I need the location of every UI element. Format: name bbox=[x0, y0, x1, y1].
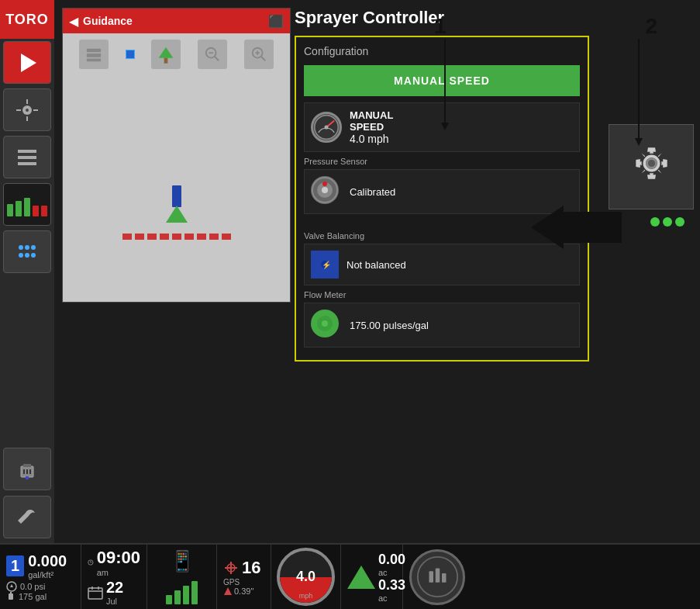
gps-section: 16 GPS 0.39" bbox=[217, 544, 271, 609]
svg-rect-7 bbox=[18, 150, 36, 153]
gal-unit: gal/kft² bbox=[28, 570, 67, 580]
round-button[interactable] bbox=[409, 549, 465, 605]
svg-point-11 bbox=[25, 245, 29, 250]
svg-rect-24 bbox=[87, 59, 101, 62]
layers-icon[interactable] bbox=[79, 40, 109, 69]
guidance-title: Guidance bbox=[83, 15, 133, 27]
guidance-export-icon[interactable]: ⬛ bbox=[268, 14, 284, 29]
ac-top-value: 0.00 bbox=[378, 552, 405, 568]
svg-rect-52 bbox=[10, 592, 12, 594]
sprayer-controller-area: Sprayer Controller Configuration MANUAL … bbox=[295, 8, 589, 362]
round-section bbox=[403, 544, 471, 609]
am-pm: am bbox=[97, 568, 140, 577]
svg-point-15 bbox=[31, 253, 36, 258]
flow-icon bbox=[311, 310, 342, 341]
svg-rect-21 bbox=[26, 476, 29, 479]
field-section: 1 0.000 gal/kft² 0.0 psi 175 gal bbox=[0, 544, 81, 609]
month-value: Jul bbox=[106, 597, 123, 606]
svg-marker-0 bbox=[21, 54, 36, 72]
map-toolbar bbox=[63, 40, 290, 69]
area-section: 0.00 ac 0.33 ac bbox=[341, 544, 403, 609]
annotation-2-line bbox=[638, 39, 640, 140]
svg-point-49 bbox=[647, 159, 654, 166]
svg-marker-25 bbox=[159, 47, 174, 58]
time-section: 09:00 am 22 Jul bbox=[81, 544, 147, 609]
speedometer-icon bbox=[311, 112, 342, 143]
svg-point-10 bbox=[19, 245, 23, 250]
valve-status: Not balanced bbox=[347, 259, 406, 271]
speed-value: 4.0 bbox=[296, 569, 316, 585]
svg-rect-65 bbox=[429, 571, 433, 583]
config-panel: Configuration MANUAL SPEED MANUAL bbox=[295, 36, 589, 362]
main-content: ◀ Guidance ⬛ bbox=[54, 0, 700, 543]
gear-icon bbox=[630, 142, 673, 192]
svg-rect-66 bbox=[435, 569, 440, 583]
pressure-icon bbox=[311, 176, 342, 207]
manual-speed-button[interactable]: MANUAL SPEED bbox=[304, 65, 580, 96]
directional-arrow bbox=[531, 206, 622, 249]
wrench-button[interactable] bbox=[3, 496, 51, 538]
signal-section: 📱 bbox=[147, 544, 217, 609]
phone-icon: 📱 bbox=[170, 549, 195, 573]
svg-point-14 bbox=[25, 253, 29, 258]
annotation-2: 2 bbox=[645, 14, 657, 39]
svg-rect-56 bbox=[88, 588, 102, 599]
svg-point-13 bbox=[19, 253, 23, 258]
gps-sub: 0.39" bbox=[234, 587, 253, 596]
flow-label: Flow Meter bbox=[304, 290, 580, 299]
svg-rect-17 bbox=[23, 464, 31, 467]
toro-logo: TORO bbox=[0, 0, 54, 39]
vehicle-display bbox=[122, 185, 231, 240]
config-title: Configuration bbox=[304, 45, 580, 57]
play-button[interactable] bbox=[3, 41, 51, 84]
svg-rect-67 bbox=[442, 573, 447, 583]
svg-rect-9 bbox=[18, 162, 36, 165]
guidance-header: ◀ Guidance ⬛ bbox=[63, 9, 290, 33]
trash-usb-button[interactable] bbox=[3, 448, 51, 490]
zoom-out-icon[interactable] bbox=[198, 40, 227, 69]
speed-unit: mph bbox=[299, 592, 313, 600]
pressure-status: Calibrated bbox=[350, 186, 395, 198]
gal-value: 0.000 bbox=[28, 552, 67, 570]
sensor-button[interactable] bbox=[3, 88, 51, 131]
annotation-1: 1 bbox=[434, 14, 447, 39]
status-bars-button[interactable] bbox=[3, 183, 51, 226]
ac-bottom-unit: ac bbox=[378, 593, 405, 603]
drops-button[interactable] bbox=[3, 230, 51, 273]
time-value: 09:00 bbox=[97, 548, 140, 568]
svg-line-29 bbox=[215, 57, 219, 61]
signal-bars bbox=[166, 573, 198, 604]
speed-section: 4.0 mph bbox=[271, 544, 341, 609]
valve-icon: ⚡ bbox=[311, 251, 339, 279]
tree-icon[interactable] bbox=[151, 40, 181, 69]
svg-marker-63 bbox=[224, 587, 232, 595]
annotation-1-line bbox=[444, 39, 446, 124]
sidebar: TORO bbox=[0, 0, 54, 543]
signal-number: 16 bbox=[242, 558, 260, 578]
svg-rect-22 bbox=[87, 49, 101, 53]
dot-1 bbox=[650, 217, 660, 227]
valve-row: ⚡ Not balanced bbox=[304, 244, 580, 285]
ac-bottom-value: 0.33 bbox=[378, 577, 405, 593]
flow-row: 175.00 pulses/gal bbox=[304, 303, 580, 348]
dot-3 bbox=[675, 217, 684, 227]
svg-rect-8 bbox=[18, 156, 36, 159]
pressure-label: Pressure Sensor bbox=[304, 157, 580, 166]
dot-2 bbox=[663, 217, 672, 227]
settings-widget[interactable] bbox=[609, 124, 694, 209]
svg-point-12 bbox=[31, 245, 36, 250]
zoom-in-icon[interactable] bbox=[244, 40, 274, 69]
svg-point-39 bbox=[322, 182, 327, 186]
speed-gauge: 4.0 mph bbox=[277, 548, 335, 606]
flow-value: 175.00 pulses/gal bbox=[350, 320, 429, 331]
svg-line-33 bbox=[261, 57, 266, 61]
guidance-map bbox=[63, 33, 290, 302]
svg-text:⚡: ⚡ bbox=[322, 260, 332, 270]
date-value: 22 bbox=[106, 579, 123, 597]
list-button[interactable] bbox=[3, 136, 51, 178]
svg-point-35 bbox=[324, 125, 328, 129]
svg-rect-23 bbox=[87, 54, 101, 57]
guidance-panel: ◀ Guidance ⬛ bbox=[62, 8, 291, 303]
svg-point-46 bbox=[322, 320, 328, 327]
svg-rect-51 bbox=[9, 593, 13, 600]
